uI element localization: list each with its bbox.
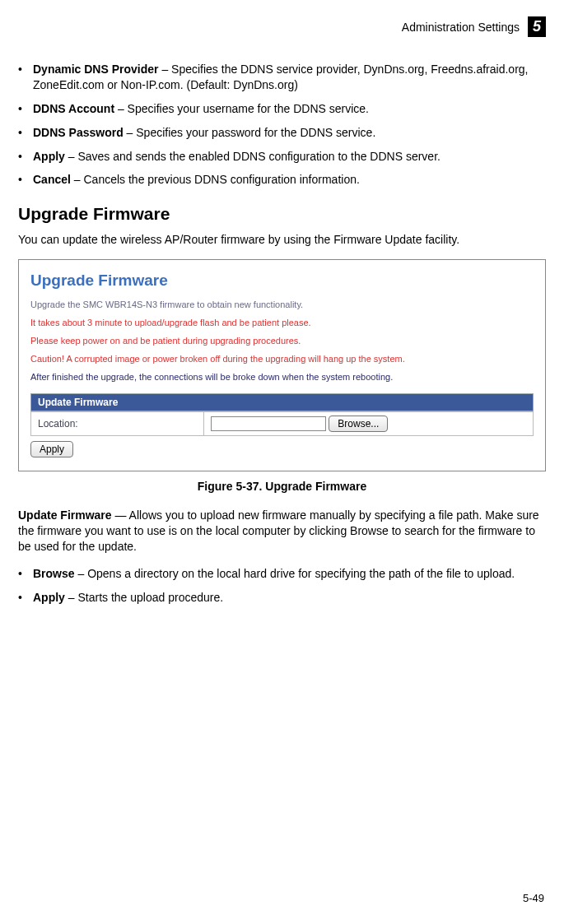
screenshot-msg: Upgrade the SMC WBR14S-N3 firmware to ob… bbox=[30, 299, 534, 309]
list-item: • Cancel – Cancels the previous DDNS con… bbox=[18, 172, 546, 188]
term-desc: – Opens a directory on the local hard dr… bbox=[75, 567, 515, 580]
bullet-icon: • bbox=[18, 62, 25, 93]
bullet-icon: • bbox=[18, 149, 25, 165]
term: Cancel bbox=[33, 173, 71, 186]
screenshot-msg: Please keep power on and be patient duri… bbox=[30, 336, 534, 346]
update-firmware-para: Update Firmware — Allows you to upload n… bbox=[18, 508, 546, 555]
term: Apply bbox=[33, 591, 65, 604]
term-desc: – Specifies your password for the DDNS s… bbox=[124, 126, 376, 139]
page-number: 5-49 bbox=[523, 892, 544, 904]
update-firmware-bar: Update Firmware bbox=[30, 393, 534, 411]
term: Apply bbox=[33, 150, 65, 163]
screenshot-msg: After finished the upgrade, the connecti… bbox=[30, 372, 534, 382]
section-heading: Upgrade Firmware bbox=[18, 204, 546, 224]
term: DDNS Password bbox=[33, 126, 124, 139]
term: Dynamic DNS Provider bbox=[33, 63, 159, 76]
screenshot-msg: Caution! A corrupted image or power brok… bbox=[30, 354, 534, 364]
screenshot-title: Upgrade Firmware bbox=[30, 272, 534, 290]
bullet-icon: • bbox=[18, 125, 25, 141]
term-desc: – Starts the upload procedure. bbox=[65, 591, 223, 604]
bullet-icon: • bbox=[18, 566, 25, 582]
list-item: • DDNS Password – Specifies your passwor… bbox=[18, 125, 546, 141]
location-label: Location: bbox=[31, 412, 204, 436]
header-section-title: Administration Settings bbox=[402, 21, 520, 34]
term: Browse bbox=[33, 567, 75, 580]
list-item: • Apply – Starts the upload procedure. bbox=[18, 590, 546, 606]
browse-button[interactable]: Browse... bbox=[329, 416, 388, 432]
screenshot-msg: It takes about 3 minute to upload/upgrad… bbox=[30, 318, 534, 327]
post-definition-list: • Browse – Opens a directory on the loca… bbox=[18, 566, 546, 606]
list-item: • Browse – Opens a directory on the loca… bbox=[18, 566, 546, 582]
ddns-definition-list: • Dynamic DNS Provider – Specifies the D… bbox=[18, 62, 546, 188]
term-desc: – Saves and sends the enabled DDNS confi… bbox=[65, 150, 440, 163]
location-input[interactable] bbox=[211, 416, 326, 431]
section-intro: You can update the wireless AP/Router fi… bbox=[18, 232, 546, 248]
location-input-cell: Browse... bbox=[204, 412, 534, 436]
firmware-screenshot: Upgrade Firmware Upgrade the SMC WBR14S-… bbox=[18, 259, 546, 471]
list-item: • Dynamic DNS Provider – Specifies the D… bbox=[18, 62, 546, 93]
figure-caption: Figure 5-37. Upgrade Firmware bbox=[18, 480, 546, 493]
firmware-form-table: Location: Browse... bbox=[30, 411, 534, 436]
bullet-icon: • bbox=[18, 101, 25, 117]
apply-button[interactable]: Apply bbox=[30, 441, 73, 457]
list-item: • DDNS Account – Specifies your username… bbox=[18, 101, 546, 117]
page-header: Administration Settings 5 bbox=[18, 16, 546, 37]
bullet-icon: • bbox=[18, 172, 25, 188]
term: DDNS Account bbox=[33, 102, 114, 115]
list-item: • Apply – Saves and sends the enabled DD… bbox=[18, 149, 546, 165]
term: Update Firmware bbox=[18, 508, 112, 522]
term-desc: – Cancels the previous DDNS configuratio… bbox=[71, 173, 360, 186]
bullet-icon: • bbox=[18, 590, 25, 606]
chapter-number-badge: 5 bbox=[528, 16, 546, 37]
term-desc: – Specifies your username for the DDNS s… bbox=[114, 102, 369, 115]
